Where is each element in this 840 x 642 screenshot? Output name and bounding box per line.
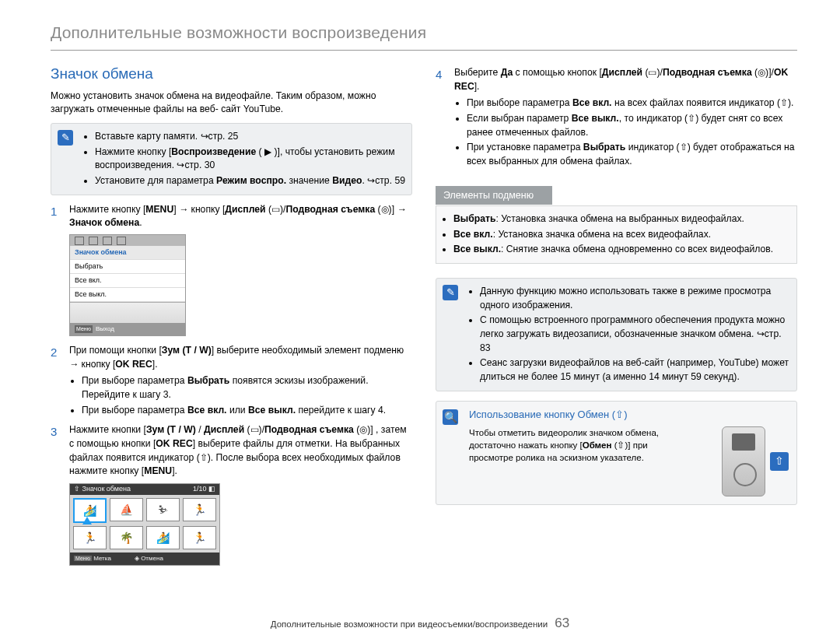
step-number: 3 — [51, 423, 61, 479]
submenu-item: Выбрать: Установка значка обмена на выбр… — [453, 212, 792, 226]
text: Все вкл. — [187, 405, 227, 416]
text: на всех файлах появится индикатор (⇧). — [612, 97, 794, 108]
text: Видео — [332, 175, 362, 186]
text: Нажмите кнопку [ — [95, 146, 171, 157]
thumbnail: 🏄 — [73, 498, 107, 523]
note-item: С помощью встроенного программного обесп… — [480, 314, 790, 355]
text: Установите для параметра — [95, 175, 216, 186]
text: (◎)] → — [375, 204, 406, 215]
text: Все выкл. — [248, 405, 296, 416]
text: (▭)/ — [244, 424, 264, 435]
text: стр. 59 — [375, 175, 405, 186]
note-item: Данную функцию можно использовать также … — [480, 285, 790, 312]
share-tip-box: 🔍 Использование кнопку Обмен (⇧) Чтобы о… — [436, 401, 797, 505]
text: При установке параметра — [467, 142, 583, 153]
text: Все вкл. — [572, 97, 612, 108]
text: . — [362, 175, 367, 186]
menu-item: Выбрать — [70, 260, 185, 274]
text: Все выкл. — [453, 244, 501, 254]
step-3: 3 Нажмите кнопки [Зум (T / W) / Дисплей … — [51, 423, 412, 479]
step-4: 4 Выберите Да с помощью кнопок [Дисплей … — [436, 66, 797, 93]
prereq-note-box: ✎ Вставьте карту памяти. ↪стр. 25 Нажмит… — [51, 123, 412, 195]
ss2-footer: Меню Метка ◈ Отмена — [70, 553, 219, 565]
text: Подводная съемка — [264, 424, 354, 435]
ss1-tabbar — [70, 235, 185, 246]
text: : Снятие значка обмена одновременно со в… — [501, 244, 773, 254]
share-title: Использование кнопку Обмен (⇧) — [469, 408, 789, 423]
text: Вставьте карту памяти. — [95, 131, 201, 142]
text: Выбрать — [453, 213, 495, 224]
text: перейдите к шагу 4. — [296, 405, 386, 416]
note-icon: ✎ — [443, 285, 458, 300]
magnifier-icon: 🔍 — [443, 409, 458, 425]
text: При помощи кнопки [ — [69, 345, 162, 356]
key-label: ◈ — [135, 555, 139, 562]
key-label: Меню — [74, 556, 92, 561]
menu-item: Значок обмена — [70, 246, 185, 260]
prereq-item: Нажмите кнопку [Воспроизведение ( ▶ )], … — [95, 146, 405, 173]
left-column: Значок обмена Можно установить значок об… — [51, 63, 412, 574]
ss1-preview — [70, 303, 185, 323]
tab-icon — [117, 237, 126, 245]
menu-screenshot-1: Значок обмена Выбрать Все вкл. Все выкл.… — [69, 234, 186, 336]
submenu-box: Выбрать: Установка значка обмена на выбр… — [436, 205, 797, 264]
text: Воспроизведение — [171, 146, 256, 157]
menu-item: Все вкл. — [70, 274, 185, 288]
step-number: 4 — [436, 66, 446, 93]
text: Выберите — [454, 67, 501, 78]
sub-bullet: При выборе параметра Все вкл. или Все вы… — [82, 404, 412, 418]
page-counter: 1/10 — [193, 485, 207, 493]
text: Все вкл. — [453, 229, 493, 240]
key-label: Меню — [75, 325, 93, 333]
text: Подводная съемка — [663, 67, 752, 78]
text: ]. — [172, 465, 177, 476]
sub-bullet: При выборе параметра Выбрать появятся эс… — [82, 374, 412, 402]
ss1-footer: Меню Выход — [70, 323, 185, 335]
text: Зум (T / W) — [146, 424, 196, 435]
text: Все выкл. — [572, 113, 619, 124]
text: При выборе параметра — [82, 405, 187, 416]
text: значение — [286, 175, 332, 186]
tab-icon — [89, 237, 98, 245]
text: OK REC — [115, 359, 152, 370]
text: Подводная съемка — [285, 204, 375, 215]
thumbnail: ⛵ — [110, 498, 143, 521]
text: ]. — [474, 81, 480, 92]
text: При выборе параметра — [467, 97, 572, 108]
step-body: Нажмите кнопки [Зум (T / W) / Дисплей (▭… — [69, 423, 412, 479]
sub-bullet: При установке параметра Выбрать индикато… — [467, 141, 797, 168]
footer-label: Дополнительные возможности при видеосъем… — [271, 619, 548, 629]
ss2-header: ⇧ Значок обмена 1/10 ◧ — [70, 484, 219, 495]
share-body-text: Чтобы отметить видеоролик значком обмена… — [469, 426, 689, 496]
prereq-item: Установите для параметра Режим воспро. з… — [95, 174, 405, 188]
sub-bullet: При выборе параметра Все вкл. на всех фа… — [467, 96, 797, 111]
text: стр. 30 — [184, 160, 215, 170]
note-icon: ✎ — [58, 130, 73, 146]
text: Выбрать — [187, 375, 229, 386]
page-footer: Дополнительные возможности при видеосъем… — [0, 616, 840, 631]
text: Режим воспро. — [216, 175, 286, 186]
text: При выборе параметра — [82, 375, 187, 386]
note-item: Сеанс загрузки видеофайлов на веб-сайт (… — [480, 356, 790, 384]
text: стр. 25 — [208, 131, 239, 142]
text: (◎)]/ — [752, 67, 774, 78]
intro-text: Можно установить значок обмена на видеоф… — [51, 89, 412, 117]
text: ]. — [152, 359, 158, 370]
thumbnail: 🏃 — [183, 498, 216, 521]
text: / — [196, 424, 204, 435]
text: OK REC — [156, 438, 192, 449]
text: Да — [501, 67, 513, 78]
chapter-title: Дополнительные возможности воспроизведен… — [51, 23, 797, 42]
share-button-icon: ⇧ — [770, 452, 789, 471]
text: Дисплей — [204, 424, 244, 435]
exit-label: Выход — [96, 325, 114, 334]
menu-item: Все выкл. — [70, 288, 185, 302]
tab-icon — [75, 237, 84, 245]
submenu-header: Элементы подменю — [436, 186, 552, 205]
right-column: 4 Выберите Да с помощью кнопок [Дисплей … — [436, 63, 797, 574]
thumbnail: 🏃 — [73, 526, 107, 549]
text: (▭)/ — [266, 204, 286, 215]
text: Значок обмена — [69, 217, 139, 228]
text: или — [227, 405, 249, 416]
sub-bullet: Если выбран параметр Все выкл., то индик… — [467, 112, 797, 139]
